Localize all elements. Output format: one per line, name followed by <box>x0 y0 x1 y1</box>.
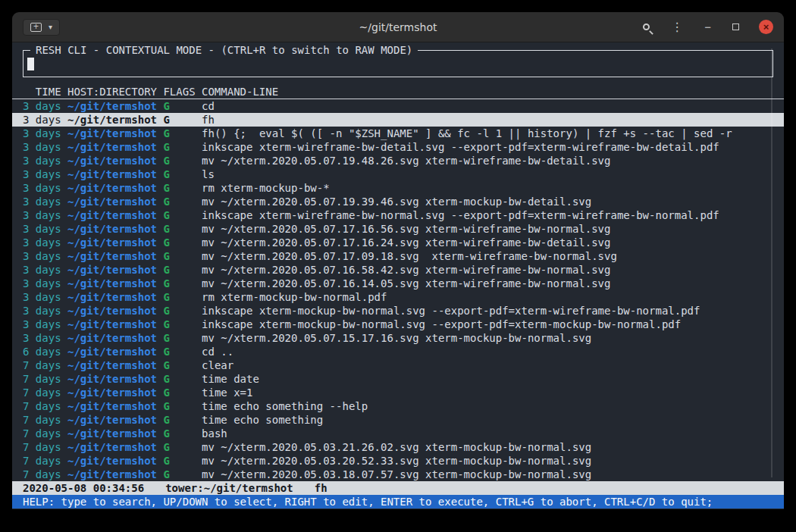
row-host: ~/git/termshot <box>61 100 157 112</box>
scrollbar[interactable] <box>771 49 772 477</box>
row-host: ~/git/termshot <box>61 414 157 426</box>
row-flags: G <box>157 468 196 480</box>
status-host: tower:~/git/termshot <box>165 482 293 494</box>
row-host: ~/git/termshot <box>61 346 157 358</box>
titlebar: ▾ ~/git/termshot ⋮ − × <box>12 12 784 42</box>
row-command: ls <box>196 168 215 180</box>
row-time: 3 days <box>23 100 61 112</box>
row-flags: G <box>157 182 196 194</box>
row-command: inkscape xterm-mockup-bw-normal.svg --ex… <box>196 318 682 330</box>
history-row[interactable]: 7 days ~/git/termshot G time echo someth… <box>12 413 784 427</box>
row-host: ~/git/termshot <box>61 168 157 180</box>
row-host: ~/git/termshot <box>61 127 157 139</box>
titlebar-controls: ⋮ − × <box>641 20 773 35</box>
row-command: inkscape xterm-wireframe-bw-detail.svg -… <box>196 141 719 153</box>
row-host: ~/git/termshot <box>61 291 157 303</box>
row-host: ~/git/termshot <box>61 318 157 330</box>
new-tab-button[interactable]: ▾ <box>23 19 60 36</box>
kebab-menu-icon: ⋮ <box>671 21 683 33</box>
row-time: 7 days <box>23 441 61 453</box>
row-time: 3 days <box>23 277 61 289</box>
row-time: 3 days <box>23 264 61 276</box>
history-row[interactable]: 3 days ~/git/termshot G rm xterm-mockup-… <box>12 290 784 304</box>
row-host: ~/git/termshot <box>61 427 157 440</box>
row-host: ~/git/termshot <box>61 182 157 194</box>
row-time: 7 days <box>23 455 61 467</box>
row-host: ~/git/termshot <box>61 196 157 208</box>
history-row[interactable]: 3 days ~/git/termshot G ls <box>12 167 784 181</box>
row-command: mv ~/xterm.2020.05.07.17.09.18.svg xterm… <box>196 250 617 262</box>
history-row[interactable]: 3 days ~/git/termshot G fh <box>12 113 784 127</box>
history-row[interactable]: 3 days ~/git/termshot G mv ~/xterm.2020.… <box>12 195 784 208</box>
menu-button[interactable]: ⋮ <box>669 20 685 35</box>
history-row[interactable]: 3 days ~/git/termshot G mv ~/xterm.2020.… <box>12 236 784 249</box>
history-rows: 3 days ~/git/termshot G cd3 days ~/git/t… <box>12 99 784 481</box>
row-time: 3 days <box>23 182 61 194</box>
history-row[interactable]: 3 days ~/git/termshot G rm xterm-mockup-… <box>12 181 784 195</box>
history-row[interactable]: 7 days ~/git/termshot G time date <box>12 372 784 386</box>
history-row[interactable]: 3 days ~/git/termshot G inkscape xterm-w… <box>12 208 784 222</box>
row-command: time echo something <box>196 414 324 426</box>
history-row[interactable]: 3 days ~/git/termshot G mv ~/xterm.2020.… <box>12 222 784 236</box>
row-flags: G <box>157 359 196 371</box>
row-time: 3 days <box>23 291 61 303</box>
row-command: fh <box>196 114 215 126</box>
history-row[interactable]: 3 days ~/git/termshot G mv ~/xterm.2020.… <box>12 249 784 263</box>
history-row[interactable]: 7 days ~/git/termshot G time x=1 <box>12 386 784 399</box>
row-command: mv ~/xterm.2020.05.07.19.48.26.svg xterm… <box>196 155 611 167</box>
search-input[interactable]: RESH CLI - CONTEXTUAL MODE - (CTRL+R to … <box>23 50 773 77</box>
history-row[interactable]: 3 days ~/git/termshot G mv ~/xterm.2020.… <box>12 154 784 167</box>
row-flags: G <box>157 373 196 385</box>
history-row[interactable]: 3 days ~/git/termshot G inkscape xterm-m… <box>12 304 784 318</box>
history-row[interactable]: 3 days ~/git/termshot G cd <box>12 99 784 113</box>
row-command: fh() {; eval $( ([ -n "$ZSH_NAME" ] && f… <box>196 127 732 139</box>
history-row[interactable]: 3 days ~/git/termshot G fh() {; eval $( … <box>12 127 784 140</box>
row-time: 7 days <box>23 414 61 426</box>
history-row[interactable]: 6 days ~/git/termshot G cd .. <box>12 345 784 358</box>
history-row[interactable]: 7 days ~/git/termshot G mv ~/xterm.2020.… <box>12 454 784 468</box>
row-time: 3 days <box>23 332 61 344</box>
row-time: 7 days <box>23 468 61 480</box>
history-row[interactable]: 7 days ~/git/termshot G clear <box>12 358 784 372</box>
history-row[interactable]: 3 days ~/git/termshot G inkscape xterm-m… <box>12 318 784 331</box>
history-row[interactable]: 7 days ~/git/termshot G mv ~/xterm.2020.… <box>12 440 784 454</box>
row-time: 3 days <box>23 318 61 330</box>
history-row[interactable]: 3 days ~/git/termshot G mv ~/xterm.2020.… <box>12 263 784 277</box>
status-command: fh <box>315 482 327 494</box>
close-button[interactable]: × <box>759 20 773 34</box>
search-button[interactable] <box>641 22 651 32</box>
row-flags: G <box>157 318 196 330</box>
row-time: 3 days <box>23 250 61 262</box>
close-icon: × <box>763 22 769 32</box>
row-command: cd <box>196 100 215 112</box>
minimize-button[interactable]: − <box>703 20 713 34</box>
row-host: ~/git/termshot <box>61 250 157 262</box>
row-host: ~/git/termshot <box>61 264 157 276</box>
history-row[interactable]: 3 days ~/git/termshot G mv ~/xterm.2020.… <box>12 331 784 345</box>
search-icon <box>643 23 650 30</box>
row-time: 3 days <box>23 236 61 249</box>
row-command: mv ~/xterm.2020.05.03.20.52.33.svg xterm… <box>196 455 592 467</box>
row-flags: G <box>157 332 196 344</box>
history-row[interactable]: 3 days ~/git/termshot G inkscape xterm-w… <box>12 140 784 154</box>
row-flags: G <box>157 114 196 126</box>
history-row[interactable]: 7 days ~/git/termshot G mv ~/xterm.2020.… <box>12 468 784 481</box>
row-command: time date <box>196 373 259 385</box>
history-row[interactable]: 3 days ~/git/termshot G mv ~/xterm.2020.… <box>12 277 784 290</box>
row-time: 7 days <box>23 359 61 371</box>
row-host: ~/git/termshot <box>61 114 157 126</box>
history-row[interactable]: 7 days ~/git/termshot G time echo someth… <box>12 399 784 413</box>
row-host: ~/git/termshot <box>61 386 157 399</box>
row-flags: G <box>157 127 196 139</box>
status-datetime: 2020-05-08 00:34:56 <box>23 482 144 494</box>
restore-button[interactable] <box>731 22 741 32</box>
row-flags: G <box>157 209 196 221</box>
row-flags: G <box>157 155 196 167</box>
row-host: ~/git/termshot <box>61 468 157 480</box>
row-flags: G <box>157 386 196 399</box>
row-flags: G <box>157 277 196 289</box>
row-command: rm xterm-mockup-bw-* <box>196 182 330 194</box>
row-flags: G <box>157 346 196 358</box>
history-row[interactable]: 7 days ~/git/termshot G bash <box>12 427 784 440</box>
row-host: ~/git/termshot <box>61 209 157 221</box>
